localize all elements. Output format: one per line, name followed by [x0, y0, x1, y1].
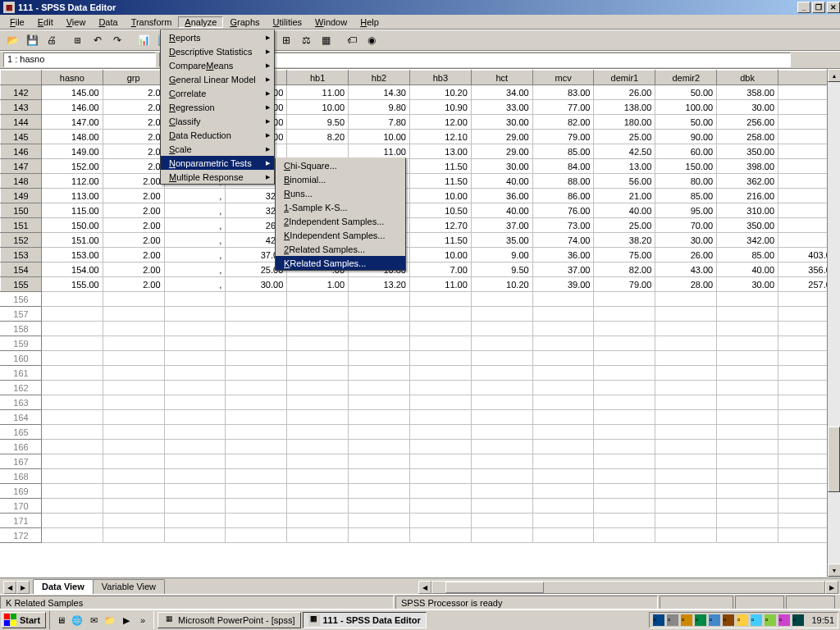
- data-cell[interactable]: 152.00: [41, 159, 103, 174]
- data-cell[interactable]: 29.00: [471, 144, 532, 159]
- data-cell[interactable]: 30.00: [471, 115, 532, 130]
- data-cell[interactable]: [471, 499, 532, 514]
- data-cell[interactable]: [349, 454, 410, 469]
- data-cell[interactable]: 7.00: [409, 262, 471, 277]
- data-cell[interactable]: [287, 351, 349, 366]
- column-header-demir1[interactable]: demir1: [594, 71, 655, 85]
- tab-data-view[interactable]: Data View: [33, 579, 94, 594]
- data-cell[interactable]: [226, 499, 287, 514]
- data-cell[interactable]: [655, 336, 717, 351]
- data-cell[interactable]: 36.00: [471, 189, 532, 203]
- data-cell[interactable]: 36.00: [532, 248, 594, 262]
- data-cell[interactable]: [41, 307, 103, 322]
- data-cell[interactable]: [164, 351, 226, 366]
- data-cell[interactable]: [471, 528, 532, 543]
- data-cell[interactable]: [103, 514, 164, 528]
- data-cell[interactable]: 138.00: [594, 100, 655, 115]
- data-cell[interactable]: [409, 292, 471, 307]
- data-cell[interactable]: 76.00: [532, 203, 594, 218]
- data-cell[interactable]: 2.00: [103, 277, 164, 292]
- row-header[interactable]: 170: [1, 499, 42, 514]
- grid-corner[interactable]: [1, 71, 42, 85]
- data-cell[interactable]: [349, 322, 410, 336]
- data-cell[interactable]: [226, 351, 287, 366]
- data-cell[interactable]: 40.00: [717, 262, 778, 277]
- data-cell[interactable]: 42.50: [594, 144, 655, 159]
- row-header[interactable]: 155: [1, 277, 42, 292]
- menu-transform[interactable]: Transform: [125, 16, 179, 28]
- data-cell[interactable]: 150.00: [41, 218, 103, 233]
- data-cell[interactable]: 30.00: [226, 277, 287, 292]
- data-cell[interactable]: [532, 514, 594, 528]
- data-cell[interactable]: 2.0: [103, 130, 164, 144]
- data-cell[interactable]: [409, 351, 471, 366]
- data-cell[interactable]: [226, 484, 287, 499]
- dialog-recall-button[interactable]: 🗉: [69, 31, 87, 49]
- data-cell[interactable]: 56.00: [594, 174, 655, 189]
- row-header[interactable]: 146: [1, 144, 42, 159]
- data-cell[interactable]: 12.70: [409, 218, 471, 233]
- data-cell[interactable]: [409, 366, 471, 381]
- submenu-item-k-independent-samples-[interactable]: K Independent Samples...: [276, 228, 405, 242]
- data-cell[interactable]: [349, 425, 410, 440]
- data-cell[interactable]: 2.0: [103, 144, 164, 159]
- data-cell[interactable]: [594, 351, 655, 366]
- data-cell[interactable]: 2.00: [103, 262, 164, 277]
- data-cell[interactable]: 82.00: [594, 262, 655, 277]
- vertical-scrollbar[interactable]: ▲ ▼: [827, 69, 840, 577]
- data-cell[interactable]: [41, 322, 103, 336]
- data-cell[interactable]: 1.00: [287, 277, 349, 292]
- data-cell[interactable]: [226, 336, 287, 351]
- row-header[interactable]: 172: [1, 528, 42, 543]
- data-cell[interactable]: [471, 381, 532, 395]
- data-cell[interactable]: 12.10: [409, 130, 471, 144]
- data-cell[interactable]: [409, 469, 471, 484]
- data-cell[interactable]: [471, 322, 532, 336]
- column-header-hb1[interactable]: hb1: [287, 71, 349, 85]
- data-cell[interactable]: [594, 395, 655, 410]
- data-cell[interactable]: [655, 366, 717, 381]
- row-header[interactable]: 168: [1, 469, 42, 484]
- data-cell[interactable]: 26.00: [594, 85, 655, 100]
- data-cell[interactable]: 112.00: [41, 174, 103, 189]
- data-cell[interactable]: [532, 484, 594, 499]
- data-cell[interactable]: [41, 514, 103, 528]
- data-cell[interactable]: [471, 351, 532, 366]
- menu-edit[interactable]: Edit: [31, 16, 60, 28]
- data-cell[interactable]: 216.00: [717, 189, 778, 203]
- data-cell[interactable]: [287, 454, 349, 469]
- data-cell[interactable]: [717, 499, 778, 514]
- data-cell[interactable]: [287, 469, 349, 484]
- data-cell[interactable]: [655, 440, 717, 454]
- ql-ie-icon[interactable]: 🌐: [70, 613, 84, 628]
- data-cell[interactable]: [594, 440, 655, 454]
- data-cell[interactable]: 85.00: [717, 248, 778, 262]
- data-cell[interactable]: 8.20: [287, 130, 349, 144]
- data-cell[interactable]: 2.0: [103, 159, 164, 174]
- data-cell[interactable]: [717, 528, 778, 543]
- data-cell[interactable]: 11.00: [287, 85, 349, 100]
- row-header[interactable]: 163: [1, 395, 42, 410]
- tray-icon[interactable]: ▫: [653, 614, 664, 626]
- redo-button[interactable]: ↷: [108, 31, 126, 49]
- data-cell[interactable]: [226, 528, 287, 543]
- data-cell[interactable]: [471, 469, 532, 484]
- data-cell[interactable]: 37.00: [532, 262, 594, 277]
- tray-icon[interactable]: ▫: [737, 614, 748, 626]
- column-header-dbk[interactable]: dbk: [717, 71, 778, 85]
- ql-more-icon[interactable]: »: [135, 613, 150, 628]
- data-cell[interactable]: [532, 395, 594, 410]
- data-cell[interactable]: [41, 292, 103, 307]
- data-cell[interactable]: [655, 454, 717, 469]
- save-button[interactable]: 💾: [23, 31, 41, 49]
- scroll-up-button[interactable]: ▲: [828, 69, 840, 82]
- data-cell[interactable]: [287, 440, 349, 454]
- data-cell[interactable]: 79.00: [532, 130, 594, 144]
- tray-icon[interactable]: ▫: [681, 614, 692, 626]
- data-cell[interactable]: [164, 381, 226, 395]
- data-cell[interactable]: [349, 410, 410, 425]
- data-cell[interactable]: [655, 381, 717, 395]
- data-cell[interactable]: [655, 410, 717, 425]
- row-header[interactable]: 150: [1, 203, 42, 218]
- data-cell[interactable]: 350.00: [717, 218, 778, 233]
